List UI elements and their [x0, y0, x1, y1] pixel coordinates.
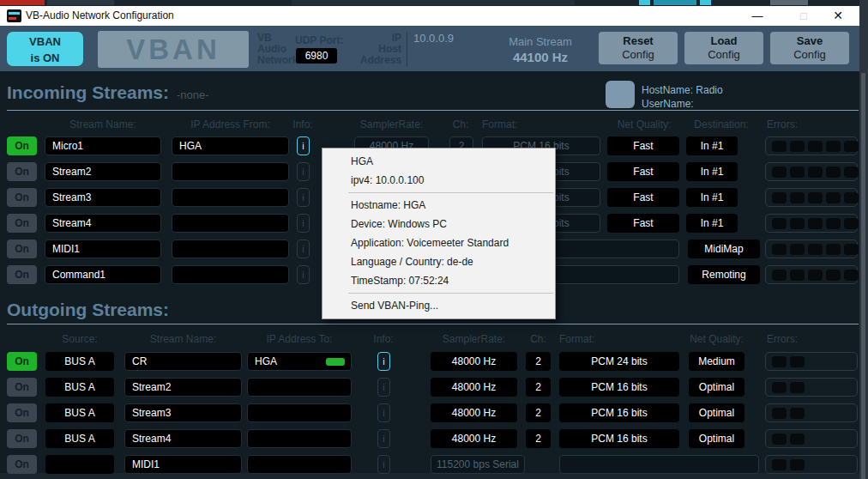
- background-app-sliver-bottom: [0, 473, 859, 479]
- load-config-button[interactable]: Load Config: [684, 32, 763, 64]
- ip-address-to-input[interactable]: [247, 429, 352, 448]
- destination-select[interactable]: In #1: [686, 188, 738, 207]
- minimize-button[interactable]: —: [744, 6, 770, 26]
- stream-on-toggle[interactable]: On: [7, 136, 37, 155]
- source-select[interactable]: BUS A: [45, 378, 114, 397]
- info-button[interactable]: i: [377, 429, 390, 448]
- info-button[interactable]: i: [377, 378, 390, 397]
- destination-select[interactable]: In #1: [686, 214, 738, 233]
- destination-select[interactable]: Remoting: [688, 265, 760, 284]
- ip-address-from-input[interactable]: HGA: [172, 136, 289, 155]
- ip-address-to-input[interactable]: [247, 403, 352, 422]
- stream-on-toggle[interactable]: On: [7, 403, 37, 422]
- channels-select[interactable]: 2: [526, 378, 551, 397]
- format-select[interactable]: PCM 24 bits: [559, 352, 679, 371]
- errors-indicator: [765, 240, 858, 258]
- save-config-button[interactable]: Save Config: [770, 32, 849, 64]
- stream-name-input[interactable]: Stream2: [45, 162, 161, 181]
- errors-indicator: [765, 162, 858, 181]
- channels-select[interactable]: 2: [526, 403, 551, 422]
- source-select[interactable]: [45, 455, 114, 474]
- destination-select[interactable]: In #1: [686, 162, 738, 181]
- info-button[interactable]: i: [377, 352, 390, 371]
- incoming-streams-title: Incoming Streams:: [7, 82, 169, 103]
- net-quality-select[interactable]: Optimal: [689, 403, 744, 422]
- info-button[interactable]: i: [377, 455, 390, 474]
- ip-address-to-input[interactable]: HGA: [247, 352, 352, 371]
- stream-on-toggle[interactable]: On: [7, 265, 37, 284]
- source-select[interactable]: BUS A: [45, 403, 114, 422]
- info-button[interactable]: i: [297, 136, 310, 155]
- background-app-sliver-right: [859, 0, 868, 479]
- errors-indicator: [765, 136, 858, 155]
- stream-name-input[interactable]: CR: [124, 352, 242, 371]
- close-button[interactable]: ✕: [825, 6, 851, 26]
- net-quality-select[interactable]: Optimal: [689, 378, 744, 397]
- hostname-button[interactable]: [606, 81, 635, 108]
- net-quality-select[interactable]: Optimal: [689, 429, 744, 448]
- stream-name-input[interactable]: Stream3: [124, 403, 242, 422]
- net-quality-select[interactable]: Fast: [607, 214, 679, 233]
- stream-name-input[interactable]: MIDI1: [124, 455, 242, 474]
- vban-on-toggle[interactable]: VBAN is ON: [7, 32, 83, 66]
- udp-port-value[interactable]: 6980: [296, 48, 337, 64]
- format-select[interactable]: PCM 16 bits: [559, 403, 679, 422]
- stream-name-input[interactable]: Stream4: [45, 214, 161, 233]
- stream-on-toggle[interactable]: On: [7, 429, 37, 448]
- ip-address-from-input[interactable]: [172, 214, 289, 233]
- ip-address-to-input[interactable]: [247, 455, 352, 474]
- stream-on-toggle[interactable]: On: [7, 378, 37, 397]
- error-dot: [826, 141, 841, 152]
- info-button[interactable]: i: [297, 188, 310, 207]
- reset-config-button[interactable]: Reset Config: [599, 32, 678, 64]
- maximize-button[interactable]: □: [791, 6, 817, 26]
- stream-on-toggle[interactable]: On: [7, 214, 37, 233]
- net-quality-select[interactable]: Fast: [607, 188, 679, 207]
- stream-on-toggle[interactable]: On: [7, 455, 37, 474]
- ip-address-from-input[interactable]: [172, 162, 289, 181]
- error-dot: [826, 270, 841, 281]
- stream-on-toggle[interactable]: On: [7, 188, 37, 207]
- stream-on-toggle[interactable]: On: [7, 352, 37, 371]
- stream-on-toggle[interactable]: On: [7, 240, 37, 258]
- ip-address-from-input[interactable]: [172, 240, 289, 258]
- format-select[interactable]: PCM 16 bits: [559, 429, 679, 448]
- hostname-label: HostName: Radio: [642, 83, 723, 97]
- samplerate-select[interactable]: 48000 Hz: [431, 378, 517, 397]
- info-button[interactable]: i: [297, 214, 310, 233]
- stream-name-input[interactable]: MIDI1: [45, 240, 161, 258]
- net-quality-select[interactable]: Fast: [607, 162, 679, 181]
- ip-address-to-input[interactable]: [247, 378, 352, 397]
- samplerate-select[interactable]: 48000 Hz: [431, 352, 517, 371]
- background-cyan-fragment: [700, 0, 711, 5]
- info-button[interactable]: i: [297, 162, 310, 181]
- ip-address-from-input[interactable]: [172, 188, 289, 207]
- source-select[interactable]: BUS A: [45, 352, 114, 371]
- samplerate-select[interactable]: 48000 Hz: [431, 403, 517, 422]
- window-titlebar: VB-Audio Network Configuration — □ ✕: [0, 6, 859, 26]
- ip-address-from-input[interactable]: [172, 265, 289, 284]
- stream-name-input[interactable]: Stream3: [45, 188, 161, 207]
- topbar-divider: [407, 32, 407, 67]
- channels-select[interactable]: 2: [526, 352, 551, 371]
- net-quality-select[interactable]: Medium: [689, 352, 744, 371]
- stream-name-input[interactable]: Micro1: [45, 136, 161, 155]
- stream-on-toggle[interactable]: On: [7, 162, 37, 181]
- stream-name-input[interactable]: Stream4: [124, 429, 242, 448]
- samplerate-select[interactable]: 48000 Hz: [431, 429, 517, 448]
- source-select[interactable]: BUS A: [45, 429, 114, 448]
- stream-name-input[interactable]: Command1: [45, 265, 161, 284]
- error-dot: [844, 244, 859, 255]
- stream-name-input[interactable]: Stream2: [124, 378, 242, 397]
- popup-action-send-vban-ping[interactable]: Send VBAN-Ping...: [322, 296, 555, 315]
- error-dot: [826, 167, 841, 178]
- destination-select[interactable]: In #1: [686, 136, 738, 155]
- net-quality-select[interactable]: Fast: [607, 136, 679, 155]
- destination-select[interactable]: MidiMap: [688, 240, 760, 258]
- format-select[interactable]: PCM 16 bits: [559, 378, 679, 397]
- info-button[interactable]: i: [297, 265, 310, 284]
- vban-app-icon: [7, 9, 21, 22]
- channels-select[interactable]: 2: [526, 429, 551, 448]
- info-button[interactable]: i: [297, 240, 310, 258]
- info-button[interactable]: i: [377, 403, 390, 422]
